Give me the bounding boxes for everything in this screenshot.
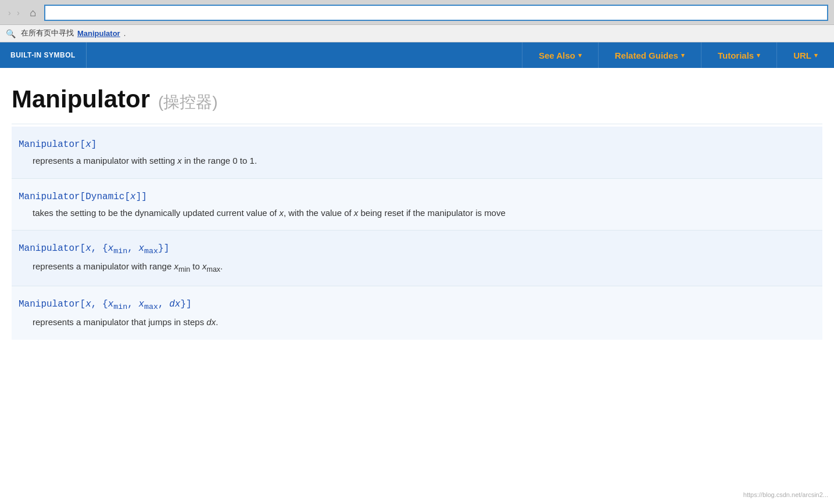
tutorials-chevron: ▾: [757, 52, 760, 59]
address-input[interactable]: Manipulator: [44, 5, 828, 21]
usage-link-3[interactable]: Manipulator[x, {xmin, xmax}]: [19, 243, 815, 255]
top-nav-bar: BUILT-IN SYMBOL See Also ▾ Related Guide…: [0, 42, 834, 68]
top-nav-links: See Also ▾ Related Guides ▾ Tutorials ▾ …: [522, 42, 834, 68]
search-term-link[interactable]: Manipulator: [77, 29, 120, 38]
usage-desc-4: represents a manipulator that jumps in s…: [19, 316, 815, 329]
search-prefix-text: 在所有页中寻找: [21, 28, 74, 38]
usage-section-3: Manipulator[x, {xmin, xmax}] represents …: [12, 231, 822, 286]
usage-section-4: Manipulator[x, {xmin, xmax, dx}] represe…: [12, 286, 822, 340]
back-button[interactable]: ›: [6, 7, 13, 19]
url-chevron: ▾: [814, 52, 818, 59]
search-icon: 🔍: [6, 29, 16, 38]
related-guides-link[interactable]: Related Guides ▾: [598, 42, 701, 68]
see-also-chevron: ▾: [578, 52, 582, 59]
built-in-symbol-label: BUILT-IN SYMBOL: [0, 42, 87, 68]
url-link[interactable]: URL ▾: [776, 42, 834, 68]
see-also-link[interactable]: See Also ▾: [522, 42, 598, 68]
see-also-label: See Also: [539, 51, 575, 60]
page-title-area: Manipulator (操控器): [12, 85, 822, 124]
search-suffix-text: .: [124, 29, 126, 38]
usage-link-2[interactable]: Manipulator[Dynamic[x]]: [19, 192, 815, 202]
page-title-translation: (操控器): [158, 91, 218, 113]
tutorials-label: Tutorials: [718, 51, 754, 60]
search-suggestion-bar: 🔍 在所有页中寻找 Manipulator .: [0, 25, 834, 42]
related-guides-label: Related Guides: [615, 51, 678, 60]
related-guides-chevron: ▾: [681, 52, 685, 59]
home-button[interactable]: ⌂: [26, 6, 40, 20]
usage-section-2: Manipulator[Dynamic[x]] takes the settin…: [12, 179, 822, 231]
usage-desc-1: represents a manipulator with setting x …: [19, 154, 815, 168]
main-content: Manipulator (操控器) Manipulator[x] represe…: [0, 68, 834, 351]
address-bar: Manipulator: [44, 5, 828, 21]
nav-buttons: › ‹: [6, 7, 22, 19]
usage-link-4[interactable]: Manipulator[x, {xmin, xmax, dx}]: [19, 299, 815, 311]
usage-areas: Manipulator[x] represents a manipulator …: [12, 127, 822, 340]
usage-section-1: Manipulator[x] represents a manipulator …: [12, 127, 822, 179]
url-label: URL: [793, 51, 811, 60]
usage-link-1[interactable]: Manipulator[x]: [19, 139, 815, 150]
usage-desc-2: takes the setting to be the dynamically …: [19, 207, 815, 220]
page-title-main: Manipulator: [12, 85, 150, 113]
forward-button[interactable]: ‹: [15, 7, 22, 19]
browser-chrome: › ‹ ⌂ Manipulator: [0, 0, 834, 25]
usage-desc-3: represents a manipulator with range xmin…: [19, 260, 815, 275]
tutorials-link[interactable]: Tutorials ▾: [701, 42, 776, 68]
